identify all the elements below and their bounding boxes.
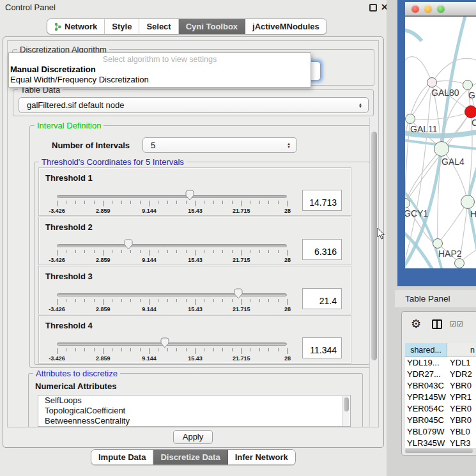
tab-select[interactable]: Select [139, 19, 178, 34]
table-row[interactable]: YBR043CYBR0 [405, 380, 476, 392]
apply-button[interactable]: Apply [173, 430, 213, 444]
tab-infer-network-label: Infer Network [235, 452, 288, 462]
threshold-4-slider[interactable]: -3.4262.8599.14415.4321.71528 [57, 339, 287, 362]
threshold-4-value-field[interactable] [302, 337, 342, 358]
tab-discretize-data[interactable]: Discretize Data [153, 450, 227, 464]
threshold-2-label: Threshold 2 [45, 222, 93, 232]
number-of-intervals-label: Number of Intervals [52, 141, 130, 150]
dropdown-option-manual[interactable]: Manual Discretization [9, 65, 311, 75]
node-label: GCY1 [405, 208, 428, 219]
slider-track[interactable] [57, 195, 287, 198]
table-row[interactable]: YBR045CYBR0 [405, 415, 476, 426]
tab-infer-network[interactable]: Infer Network [228, 450, 295, 464]
node-label: HAP2 [438, 249, 462, 259]
threshold-3-value-field[interactable] [302, 288, 342, 309]
slider-tick-labels: -3.4262.8599.14415.4321.71528 [57, 306, 288, 312]
tab-jactivemnodules[interactable]: jActiveMNodules [245, 19, 326, 34]
threshold-row-3: Threshold 3 -3.4262.8599.14415.4321.7152… [38, 266, 351, 314]
list-item[interactable]: TopologicalCoefficient [38, 406, 350, 416]
numerical-attributes-list[interactable]: SelfLoops TopologicalCoefficient Between… [38, 395, 351, 427]
interval-definition-group: Interval Definition Number of Intervals … [29, 125, 374, 368]
tab-cyni-toolbox-label: Cyni Toolbox [186, 22, 238, 31]
table-row[interactable]: YBL079WYBL0 [405, 426, 476, 438]
network-node-red[interactable] [464, 105, 476, 118]
scrollbar-thumb[interactable] [405, 449, 473, 453]
float-panel-icon[interactable] [369, 4, 377, 12]
table-row[interactable]: YDR27...YDR2 [405, 369, 476, 380]
interval-definition-title: Interval Definition [35, 121, 104, 130]
table-data-group: Table Data galFiltered.sif default node … [13, 89, 374, 116]
table-horizontal-scrollbar[interactable] [405, 448, 476, 454]
threshold-4-label: Threshold 4 [45, 321, 93, 330]
network-node-gal11[interactable] [405, 114, 415, 124]
node-label: GAL4 [441, 157, 464, 167]
table-data-combobox-value: galFiltered.sif default node [27, 100, 124, 110]
thresholds-group: Threshold's Coordinates for 5 Intervals … [34, 162, 370, 365]
node-label: GAL11 [410, 124, 438, 134]
slider-track[interactable] [57, 293, 287, 296]
threshold-2-slider[interactable]: -3.4262.8599.14415.4321.71528 [57, 240, 287, 263]
bottom-tab-bar: Impute Data Discretize Data Infer Networ… [91, 449, 296, 465]
slider-tick-labels: -3.4262.8599.14415.4321.71528 [57, 208, 288, 214]
tab-jactivemnodules-label: jActiveMNodules [252, 22, 319, 31]
tab-impute-data[interactable]: Impute Data [91, 450, 153, 464]
number-of-intervals-combobox[interactable]: 5 ▲▼ [142, 137, 297, 153]
algorithm-dropdown-popup: Select algorithm to view settings Manual… [8, 52, 311, 88]
node-label: GAL80 [431, 88, 459, 98]
table-row[interactable]: YER054CYER0 [405, 403, 476, 415]
tab-discretize-data-label: Discretize Data [160, 452, 220, 462]
list-item[interactable]: BetweennessCentrality [38, 416, 350, 426]
network-node-gal4[interactable] [434, 141, 449, 157]
zoom-traffic-light-icon[interactable] [437, 5, 445, 13]
minimize-traffic-light-icon[interactable] [424, 5, 432, 13]
threshold-2-value-field[interactable] [302, 239, 342, 260]
list-item[interactable]: SelfLoops [38, 395, 350, 406]
panel-vertical-scrollbar[interactable] [369, 118, 378, 427]
node-label: H [470, 209, 476, 219]
network-window-titlebar[interactable] [405, 2, 476, 16]
slider-tick-labels: -3.4262.8599.14415.4321.71528 [57, 355, 288, 362]
combobox-spinner-icon: ▲▼ [287, 142, 291, 148]
network-node-gal80[interactable] [427, 77, 437, 88]
network-node-hap2[interactable] [433, 238, 443, 249]
threshold-1-slider[interactable]: -3.4262.8599.14415.4321.71528 [57, 191, 287, 214]
node-attribute-table[interactable]: shared... n YDL19...YDL1 YDR27...YDR2 YB… [405, 343, 476, 448]
slider-thumb[interactable] [234, 288, 243, 299]
tab-cyni-toolbox[interactable]: Cyni Toolbox [179, 19, 245, 34]
column-header-name[interactable]: n [447, 343, 476, 357]
attributes-list-scrollbar[interactable] [342, 396, 349, 427]
table-row[interactable]: YPR145WYPR1 [405, 392, 476, 403]
close-traffic-light-icon[interactable] [411, 5, 419, 13]
scrollbar-thumb[interactable] [371, 132, 377, 360]
slider-thumb[interactable] [160, 337, 170, 348]
threshold-1-value-field[interactable] [302, 190, 342, 211]
table-data-combobox[interactable]: galFiltered.sif default node ▲▼ [19, 97, 369, 113]
network-canvas[interactable]: GAL80 G. C GAL11 GAL4 GCY1 H HAP2 [405, 17, 476, 268]
node-label: G. [468, 90, 476, 100]
slider-thumb[interactable] [185, 190, 194, 201]
tab-style[interactable]: Style [105, 19, 139, 34]
slider-track[interactable] [57, 342, 287, 346]
threshold-3-label: Threshold 3 [45, 272, 93, 281]
column-header-shared-name[interactable]: shared... [405, 343, 447, 357]
threshold-row-1: Threshold 1 -3.4262.8599.14415.4321.7152… [38, 167, 351, 216]
slider-track[interactable] [57, 244, 287, 247]
gear-icon[interactable]: ⚙ [411, 317, 421, 331]
control-panel: Control Panel ✕ Network Style Select Cyn… [0, 0, 387, 476]
combobox-spinner-icon: ▲▼ [358, 102, 362, 108]
attributes-group: Attributes to discretize Numerical Attri… [28, 373, 363, 427]
network-node[interactable] [463, 80, 473, 90]
network-node-h[interactable] [461, 195, 475, 209]
split-view-icon[interactable] [432, 319, 442, 329]
table-panel-title: Table Panel [395, 289, 476, 303]
table-row[interactable]: YDL19...YDL1 [405, 357, 476, 369]
table-row[interactable]: YLR345WYLR3 [405, 438, 476, 448]
threshold-1-label: Threshold 1 [45, 173, 93, 183]
app-root: Control Panel ✕ Network Style Select Cyn… [0, 0, 476, 476]
threshold-3-slider[interactable]: -3.4262.8599.14415.4321.71528 [57, 289, 287, 312]
tab-network[interactable]: Network [47, 19, 105, 34]
dropdown-option-equal-width[interactable]: Equal Width/Frequency Discretization [9, 75, 311, 85]
network-node[interactable] [454, 258, 464, 268]
select-columns-icon[interactable]: ☑☑ [450, 320, 464, 328]
slider-thumb[interactable] [123, 239, 133, 250]
